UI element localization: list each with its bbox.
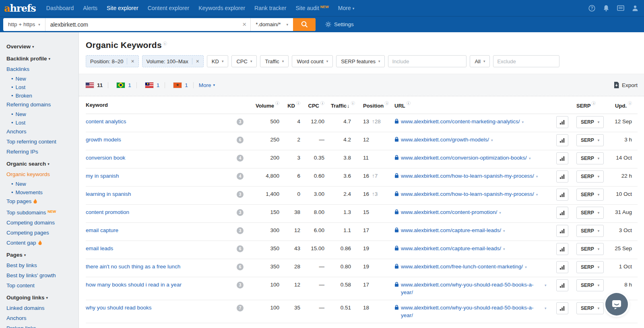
position-history-chart-button[interactable]	[556, 302, 568, 314]
sidebar-item[interactable]: •Top pages▾NEW	[6, 197, 75, 206]
sidebar-item[interactable]: •Best by links' growth▾NEW	[6, 272, 75, 280]
sidebar-item[interactable]: •Competing pages▾NEW	[6, 229, 75, 237]
word-count-badge[interactable]: 4	[237, 173, 244, 180]
position-history-chart-button[interactable]	[556, 134, 568, 146]
keyword-link[interactable]: content analytics	[86, 118, 126, 125]
messages-icon[interactable]	[617, 5, 624, 11]
position-history-chart-button[interactable]	[556, 152, 568, 164]
col-header-url[interactable]: URLi	[394, 101, 556, 109]
ranking-url-link[interactable]: www.alexbirkett.com/content-marketing-an…	[401, 118, 520, 125]
sidebar-item[interactable]: •New▾NEW	[6, 181, 75, 187]
sidebar-item[interactable]: •Lost▾NEW	[6, 84, 75, 91]
keyword-link[interactable]: learning in spanish	[86, 191, 131, 197]
url-dropdown-icon[interactable]: ▾	[503, 229, 505, 233]
ranking-url-link[interactable]: www.alexbirkett.com/why-you-should-read-…	[401, 304, 543, 319]
sidebar-item[interactable]: •Backlinks▾NEW	[6, 65, 75, 73]
ranking-url-link[interactable]: www.alexbirkett.com/how-to-learn-spanish…	[401, 172, 534, 180]
url-dropdown-icon[interactable]: ▾	[499, 211, 501, 215]
ranking-url-link[interactable]: www.alexbirkett.com/growth-models/	[401, 136, 489, 143]
country-filter-tab[interactable]: 1	[131, 82, 160, 88]
position-history-chart-button[interactable]	[556, 207, 568, 219]
chat-widget-button[interactable]	[605, 293, 628, 316]
ranking-url-link[interactable]: www.alexbirkett.com/capture-email-leads/	[401, 245, 501, 252]
sidebar-item[interactable]: •Lost▾NEW	[6, 119, 75, 126]
col-header-kd[interactable]: KDi	[285, 101, 306, 109]
nav-item[interactable]: Rank trackerNEW▾	[254, 5, 286, 11]
sidebar-item[interactable]: •Backlink profile▾NEW	[6, 55, 75, 63]
keyword-link[interactable]: email capture	[86, 227, 118, 233]
sidebar-item[interactable]: •Linked domains▾NEW	[6, 304, 75, 312]
ranking-url-link[interactable]: www.alexbirkett.com/why-you-should-read-…	[401, 281, 543, 296]
word-count-badge[interactable]: 6	[237, 137, 244, 143]
position-history-chart-button[interactable]	[556, 116, 568, 128]
word-count-badge[interactable]: 4	[237, 155, 244, 162]
sidebar-item[interactable]: •Referring IPs▾NEW	[6, 148, 75, 156]
keyword-link[interactable]: content promotion	[86, 209, 129, 215]
word-count-badge[interactable]: 3	[237, 282, 244, 289]
nav-item[interactable]: Site explorerNEW▾	[107, 5, 138, 11]
url-dropdown-icon[interactable]: ▾	[525, 265, 527, 269]
sidebar-item[interactable]: •Content gap▾NEW	[6, 239, 75, 247]
sidebar-item[interactable]: •Best by links▾NEW	[6, 262, 75, 270]
position-history-chart-button[interactable]	[556, 261, 568, 273]
target-domain-input[interactable]	[45, 18, 239, 31]
col-header-serp[interactable]: SERPi	[575, 101, 607, 109]
sidebar-item[interactable]: •Competing domains▾NEW	[6, 219, 75, 227]
col-header-cpc[interactable]: CPCi	[306, 101, 331, 109]
url-dropdown-icon[interactable]: ▾	[503, 247, 505, 251]
filter-dropdown[interactable]: KD▾	[207, 55, 229, 67]
include-input[interactable]	[388, 55, 466, 67]
protocol-dropdown[interactable]: http + https▾	[3, 18, 45, 31]
more-countries-dropdown[interactable]: More▾	[188, 82, 215, 88]
sidebar-item[interactable]: •New▾NEW	[6, 111, 75, 118]
clear-input-icon[interactable]: ×	[238, 18, 250, 31]
serp-dropdown-button[interactable]: SERP▾	[576, 116, 604, 128]
serp-dropdown-button[interactable]: SERP▾	[576, 152, 604, 164]
sidebar-item[interactable]: •Organic keywords▾NEW	[6, 170, 75, 179]
active-filter-chip[interactable]: Volume: 100–Max×	[142, 55, 204, 67]
country-filter-tab[interactable]: 11	[86, 82, 103, 88]
url-dropdown-icon[interactable]: ▾	[491, 138, 493, 142]
serp-dropdown-button[interactable]: SERP▾	[576, 302, 604, 314]
serp-dropdown-button[interactable]: SERP▾	[576, 170, 604, 183]
url-dropdown-icon[interactable]: ▾	[522, 120, 524, 124]
sidebar-item[interactable]: •Organic search▾NEW	[6, 160, 75, 168]
nav-item[interactable]: MoreNEW▾	[338, 5, 354, 11]
ranking-url-link[interactable]: www.alexbirkett.com/how-to-learn-spanish…	[401, 190, 534, 198]
position-history-chart-button[interactable]	[556, 243, 568, 255]
col-header-updated[interactable]: Upd.i	[607, 101, 638, 109]
keyword-link[interactable]: growth models	[86, 137, 121, 143]
sidebar-item[interactable]: •Top subdomains▾NEW	[6, 208, 75, 217]
remove-filter-icon[interactable]: ×	[127, 58, 134, 64]
sidebar-item[interactable]: •New▾NEW	[6, 75, 75, 82]
col-header-keyword[interactable]: Keyword	[86, 102, 237, 108]
nav-item[interactable]: Content explorerNEW▾	[148, 5, 190, 11]
serp-dropdown-button[interactable]: SERP▾	[576, 189, 604, 201]
exclude-input[interactable]	[493, 55, 559, 67]
filter-dropdown[interactable]: CPC▾	[231, 55, 257, 67]
position-history-chart-button[interactable]	[556, 189, 568, 201]
word-count-badge[interactable]: 6	[237, 245, 244, 252]
remove-filter-icon[interactable]: ×	[192, 58, 199, 64]
filter-dropdown[interactable]: Word count▾	[292, 55, 333, 67]
help-icon[interactable]: ?	[588, 5, 595, 12]
active-filter-chip[interactable]: Position: 8–20×	[86, 55, 139, 67]
sidebar-item[interactable]: •Outgoing links▾NEW	[6, 294, 75, 302]
word-count-badge[interactable]: 3	[237, 191, 244, 198]
sidebar-item[interactable]: •Overview▾NEW	[6, 43, 75, 51]
search-button[interactable]	[293, 18, 316, 31]
sidebar-item[interactable]: •Referring domains▾NEW	[6, 101, 75, 109]
serp-dropdown-button[interactable]: SERP▾	[576, 243, 604, 255]
sidebar-item[interactable]: •Broken links▾NEW	[6, 324, 75, 328]
ranking-url-link[interactable]: www.alexbirkett.com/capture-email-leads/	[401, 226, 501, 234]
url-dropdown-icon[interactable]: ▾	[545, 306, 547, 310]
sidebar-item[interactable]: •Anchors▾NEW	[6, 314, 75, 322]
keyword-link[interactable]: conversion book	[86, 155, 125, 161]
col-header-traffic[interactable]: Traffic↓i	[331, 101, 357, 109]
col-header-volume[interactable]: Volumei	[253, 101, 285, 109]
bell-icon[interactable]	[603, 5, 609, 12]
serp-dropdown-button[interactable]: SERP▾	[576, 134, 604, 146]
filter-dropdown[interactable]: Traffic▾	[260, 55, 289, 67]
sidebar-item[interactable]: •Broken▾NEW	[6, 92, 75, 99]
word-count-badge[interactable]: 3	[237, 227, 244, 234]
